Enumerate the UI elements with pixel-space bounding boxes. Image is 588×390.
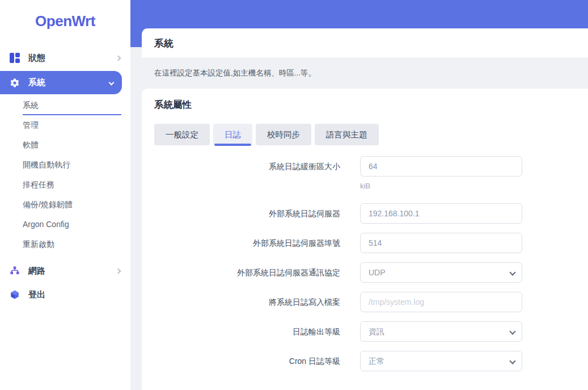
page-subtitle: 在這裡設定基本設定值,如主機名稱、時區...等。 <box>142 58 588 89</box>
log-file-input[interactable] <box>360 292 522 312</box>
log-buffer-size-input[interactable] <box>360 156 522 177</box>
page-title: 系統 <box>154 37 174 50</box>
form-row: Cron 日誌等級 正常 <box>154 351 588 371</box>
submenu-item-system[interactable]: 系統 <box>23 95 121 115</box>
chevron-right-icon <box>116 55 121 61</box>
gear-icon <box>9 77 20 89</box>
form-row: 系統日誌緩衝區大小 kiB <box>154 156 588 194</box>
sidebar-menu: 狀態 系統 系統 管理 軟體 開機自動執行 排程任務 備份/燒錄韌體 Argon… <box>0 43 130 307</box>
submenu-item-argon-config[interactable]: Argon Config <box>23 215 121 234</box>
field-label: 外部系統日誌伺服器 <box>154 203 340 224</box>
sidebar-item-status[interactable]: 狀態 <box>0 46 130 70</box>
dashboard-icon <box>9 52 20 64</box>
field-label: 外部系統日誌伺服器埠號 <box>154 233 340 253</box>
chevron-right-icon <box>116 268 121 274</box>
external-log-server-port-input[interactable] <box>360 233 522 253</box>
submenu-item-admin[interactable]: 管理 <box>23 115 121 135</box>
sitemap-icon <box>9 265 20 276</box>
field-label: Cron 日誌等級 <box>154 351 340 371</box>
submenu-item-backup-flash[interactable]: 備份/燒錄韌體 <box>23 195 121 215</box>
app-window: OpenWrt 狀態 系統 系統 管理 軟體 開機自動執行 <box>0 0 588 390</box>
tab-general-settings[interactable]: 一般設定 <box>154 124 210 145</box>
tab-time-sync[interactable]: 校時同步 <box>256 124 311 145</box>
submenu-item-startup[interactable]: 開機自動執行 <box>23 155 121 175</box>
form-row: 將系統日誌寫入檔案 <box>154 292 588 312</box>
tab-bar: 一般設定 日誌 校時同步 語言與主題 <box>154 124 588 145</box>
form-row: 外部系統日誌伺服器埠號 <box>154 233 588 253</box>
form-row: 外部系統日誌伺服器 <box>154 203 588 224</box>
openwrt-logo: OpenWrt <box>0 0 130 43</box>
external-log-protocol-select[interactable]: UDP <box>360 262 522 283</box>
content-area: 系統 在這裡設定基本設定值,如主機名稱、時區...等。 系統屬性 一般設定 日誌… <box>130 0 588 390</box>
submenu-item-reboot[interactable]: 重新啟動 <box>23 234 121 254</box>
page-header: 系統 <box>142 28 588 58</box>
sidebar-item-system[interactable]: 系統 <box>0 71 122 94</box>
field-label: 日誌輸出等級 <box>154 321 340 342</box>
form-row: 外部系統日誌伺服器通訊協定 UDP <box>154 262 588 283</box>
sidebar-item-network[interactable]: 網路 <box>0 259 130 283</box>
log-output-level-select[interactable]: 資訊 <box>360 321 522 342</box>
external-log-server-input[interactable] <box>360 203 522 224</box>
sidebar-item-logout[interactable]: 登出 <box>0 283 130 307</box>
sidebar-item-label: 系統 <box>28 77 45 88</box>
logging-form: 系統日誌緩衝區大小 kiB 外部系統日誌伺服器 外部系統日誌伺服器埠號 <box>154 156 588 371</box>
sidebar-item-label: 狀態 <box>28 53 45 64</box>
tab-logging[interactable]: 日誌 <box>213 124 252 145</box>
card-title: 系統屬性 <box>154 99 588 111</box>
field-label: 外部系統日誌伺服器通訊協定 <box>154 262 340 283</box>
sidebar-item-label: 登出 <box>28 290 45 300</box>
field-hint: kiB <box>360 182 522 190</box>
tab-language-theme[interactable]: 語言與主題 <box>315 124 379 145</box>
cube-icon <box>9 289 20 300</box>
system-submenu: 系統 管理 軟體 開機自動執行 排程任務 備份/燒錄韌體 Argon Confi… <box>23 95 121 254</box>
form-row: 日誌輸出等級 資訊 <box>154 321 588 342</box>
cron-log-level-select[interactable]: 正常 <box>360 351 522 371</box>
submenu-item-crontab[interactable]: 排程任務 <box>23 175 121 195</box>
sidebar: OpenWrt 狀態 系統 系統 管理 軟體 開機自動執行 <box>0 0 130 390</box>
field-label: 將系統日誌寫入檔案 <box>154 292 340 312</box>
system-properties-card: 系統屬性 一般設定 日誌 校時同步 語言與主題 系統日誌緩衝區大小 kiB <box>142 89 588 390</box>
submenu-item-software[interactable]: 軟體 <box>23 135 121 155</box>
chevron-down-icon <box>109 80 115 86</box>
field-label: 系統日誌緩衝區大小 <box>154 156 340 177</box>
sidebar-item-label: 網路 <box>28 266 45 276</box>
